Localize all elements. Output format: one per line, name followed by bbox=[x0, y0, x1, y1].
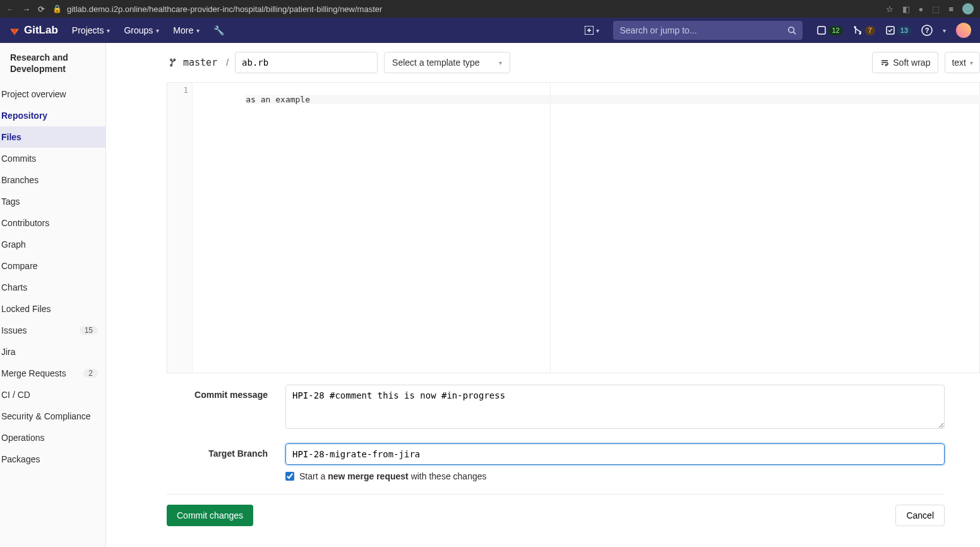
ext-icon-1[interactable]: ◧ bbox=[902, 4, 910, 14]
sidebar-item-commits[interactable]: Commits bbox=[0, 148, 105, 169]
gitlab-logo[interactable]: GitLab bbox=[9, 24, 58, 37]
new-menu[interactable]: ▾ bbox=[585, 26, 599, 35]
soft-wrap-button[interactable]: Soft wrap bbox=[872, 52, 938, 73]
commit-changes-button[interactable]: Commit changes bbox=[167, 505, 253, 526]
chevron-down-icon: ▾ bbox=[107, 27, 110, 34]
template-select[interactable]: Select a template type ▾ bbox=[384, 52, 510, 73]
nav-more[interactable]: More▾ bbox=[173, 25, 200, 35]
sidebar: Research and Development Project overvie… bbox=[0, 43, 106, 547]
top-navbar: GitLab Projects▾ Groups▾ More▾ 🔧 ▾ 12 7 … bbox=[0, 18, 980, 43]
chevron-down-icon: ▾ bbox=[156, 27, 159, 34]
badge-count: 7 bbox=[865, 26, 875, 35]
content-area: master / Select a template type ▾ Soft w… bbox=[106, 43, 980, 547]
help-icon: ? bbox=[921, 25, 933, 36]
ext-icon-3[interactable]: ⬚ bbox=[932, 4, 940, 14]
svg-rect-2 bbox=[818, 27, 825, 34]
forward-icon[interactable]: → bbox=[22, 4, 30, 14]
path-separator: / bbox=[226, 57, 229, 68]
address-bar[interactable]: 🔒 gitlab.demo.i2p.online/healthcare-prov… bbox=[52, 4, 878, 14]
sidebar-item-contributors[interactable]: Contributors bbox=[0, 212, 105, 234]
project-title[interactable]: Research and Development bbox=[0, 52, 105, 83]
line-gutter: 1 bbox=[167, 83, 193, 373]
sidebar-item-graph[interactable]: Graph bbox=[0, 234, 105, 255]
sidebar-item-merge-requests[interactable]: Merge Requests2 bbox=[0, 363, 105, 384]
mrs-badge[interactable]: 7 bbox=[853, 25, 875, 35]
chevron-down-icon: ▾ bbox=[596, 27, 599, 34]
issues-badge[interactable]: 12 bbox=[816, 25, 842, 35]
wrench-icon[interactable]: 🔧 bbox=[213, 25, 224, 35]
commit-message-label: Commit message bbox=[167, 385, 268, 400]
lock-icon: 🔒 bbox=[52, 4, 62, 13]
sidebar-item-security[interactable]: Security & Compliance bbox=[0, 406, 105, 427]
todo-icon bbox=[885, 25, 895, 35]
user-avatar[interactable] bbox=[956, 23, 971, 38]
start-mr-checkbox-label[interactable]: Start a new merge request with these cha… bbox=[285, 471, 945, 481]
issue-icon bbox=[816, 25, 827, 35]
ruler-line bbox=[550, 83, 551, 373]
gitlab-logo-icon bbox=[9, 25, 20, 36]
code-line: as an example bbox=[246, 95, 980, 104]
code-textarea[interactable]: as an example bbox=[193, 83, 979, 373]
sidebar-item-overview[interactable]: Project overview bbox=[0, 83, 105, 105]
sidebar-item-locked-files[interactable]: Locked Files bbox=[0, 298, 105, 320]
browser-chrome: ← → ⟳ 🔒 gitlab.demo.i2p.online/healthcar… bbox=[0, 0, 980, 18]
back-icon[interactable]: ← bbox=[6, 4, 15, 14]
branch-icon bbox=[169, 58, 178, 67]
count-pill: 2 bbox=[83, 369, 98, 378]
branch-indicator: master bbox=[167, 57, 220, 68]
sidebar-item-issues[interactable]: Issues15 bbox=[0, 320, 105, 341]
commit-form: Commit message HPI-28 #comment this is n… bbox=[167, 385, 980, 526]
brand-text: GitLab bbox=[24, 24, 58, 37]
ext-icon-2[interactable]: ● bbox=[919, 4, 924, 14]
menu-icon[interactable]: ≡ bbox=[948, 4, 953, 14]
reload-icon[interactable]: ⟳ bbox=[38, 4, 45, 14]
target-branch-input[interactable] bbox=[285, 443, 945, 465]
sidebar-item-branches[interactable]: Branches bbox=[0, 169, 105, 191]
wrap-icon bbox=[880, 58, 889, 67]
filename-input[interactable] bbox=[235, 52, 378, 73]
syntax-mode-select[interactable]: text ▾ bbox=[945, 52, 980, 73]
nav-groups[interactable]: Groups▾ bbox=[124, 25, 159, 35]
chevron-down-icon: ▾ bbox=[943, 27, 946, 34]
help-menu[interactable]: ? bbox=[921, 25, 933, 36]
svg-point-1 bbox=[789, 27, 794, 33]
chevron-down-icon: ▾ bbox=[970, 59, 973, 66]
chrome-avatar-icon[interactable] bbox=[962, 3, 974, 15]
sidebar-item-charts[interactable]: Charts bbox=[0, 277, 105, 298]
chevron-down-icon: ▾ bbox=[196, 27, 200, 34]
chevron-down-icon: ▾ bbox=[499, 59, 502, 66]
target-branch-label: Target Branch bbox=[167, 443, 268, 459]
editor-header: master / Select a template type ▾ Soft w… bbox=[167, 43, 980, 83]
commit-message-input[interactable]: HPI-28 #comment this is now #in-progress bbox=[285, 385, 945, 429]
sidebar-item-operations[interactable]: Operations bbox=[0, 427, 105, 448]
nav-projects[interactable]: Projects▾ bbox=[72, 25, 111, 35]
sidebar-item-cicd[interactable]: CI / CD bbox=[0, 384, 105, 406]
todos-badge[interactable]: 13 bbox=[885, 25, 911, 35]
start-mr-checkbox[interactable] bbox=[285, 472, 294, 481]
star-icon[interactable]: ☆ bbox=[886, 4, 893, 14]
sidebar-item-tags[interactable]: Tags bbox=[0, 191, 105, 212]
sidebar-item-compare[interactable]: Compare bbox=[0, 255, 105, 277]
search-icon bbox=[787, 26, 796, 35]
global-search[interactable] bbox=[613, 21, 803, 40]
search-input[interactable] bbox=[619, 25, 787, 35]
url-text: gitlab.demo.i2p.online/healthcare-provid… bbox=[67, 4, 382, 14]
plus-icon bbox=[585, 26, 594, 35]
code-editor[interactable]: 1 as an example bbox=[167, 83, 980, 373]
merge-icon bbox=[853, 25, 863, 35]
badge-count: 12 bbox=[828, 26, 842, 35]
branch-name: master bbox=[183, 57, 217, 68]
badge-count: 13 bbox=[897, 26, 911, 35]
sidebar-item-repository[interactable]: Repository bbox=[0, 105, 105, 126]
sidebar-item-packages[interactable]: Packages bbox=[0, 448, 105, 470]
count-pill: 15 bbox=[80, 326, 98, 335]
cancel-button[interactable]: Cancel bbox=[895, 505, 945, 526]
sidebar-item-files[interactable]: Files bbox=[0, 126, 105, 148]
svg-text:?: ? bbox=[925, 27, 929, 34]
sidebar-item-jira[interactable]: Jira bbox=[0, 341, 105, 363]
line-number: 1 bbox=[167, 85, 188, 95]
